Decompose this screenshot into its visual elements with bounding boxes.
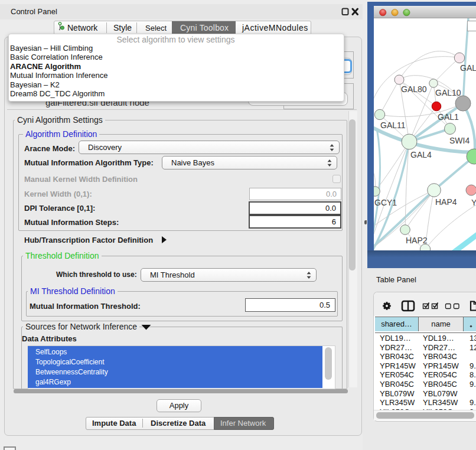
svg-text:GAL1: GAL1 xyxy=(438,112,459,122)
svg-text:SWI4: SWI4 xyxy=(449,136,470,145)
svg-text:GAL11: GAL11 xyxy=(380,120,406,130)
svg-text:GAL4: GAL4 xyxy=(410,150,432,159)
svg-text:GCY1: GCY1 xyxy=(374,198,397,207)
svg-text:Y: Y xyxy=(471,198,476,207)
svg-text:GAL: GAL xyxy=(460,63,476,73)
svg-text:HAP2: HAP2 xyxy=(406,236,428,245)
svg-text:HAP4: HAP4 xyxy=(435,197,457,207)
svg-text:GAL10: GAL10 xyxy=(435,88,461,97)
svg-text:GAL80: GAL80 xyxy=(401,84,427,94)
